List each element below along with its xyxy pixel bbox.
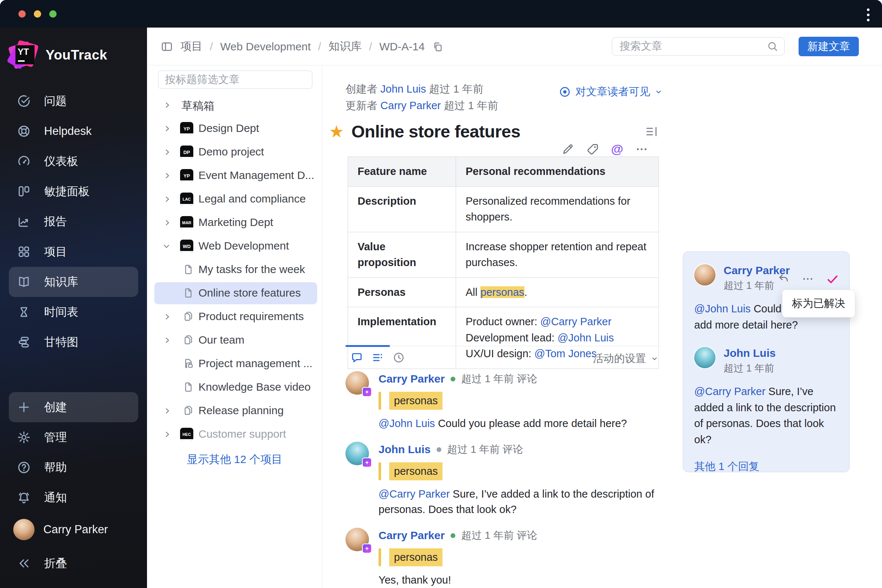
updated-line: 更新者 Carry Parker 超过 1 年前 xyxy=(345,98,498,114)
breadcrumb-knowledge-base[interactable]: 知识库 xyxy=(328,39,362,54)
tree-item-online-store-features[interactable]: Online store features xyxy=(147,282,322,305)
tree-item-kb-video[interactable]: Knowledge Base video xyxy=(147,376,322,399)
tree-item-my-tasks[interactable]: My tasks for the week xyxy=(147,258,322,282)
more-options-icon[interactable] xyxy=(635,142,648,156)
tree-item-design-dept[interactable]: YP Design Dept xyxy=(147,117,322,140)
tree-item-drafts[interactable]: 草稿箱 xyxy=(147,93,322,117)
sidebar-item-help[interactable]: 帮助 xyxy=(0,452,147,483)
copy-icon[interactable] xyxy=(432,41,443,52)
ai-assistant-icon[interactable]: @ xyxy=(611,142,623,156)
tree-item-marketing-dept[interactable]: MAR Marketing Dept xyxy=(147,211,322,234)
personas-link[interactable]: personas xyxy=(480,286,524,298)
chevron-right-icon[interactable] xyxy=(163,195,171,203)
toggle-panel-icon[interactable] xyxy=(160,40,173,53)
collapse-sidebar-button[interactable]: 折叠 xyxy=(0,546,147,580)
mention-link[interactable]: @John Luis xyxy=(558,332,614,344)
resolve-check-icon[interactable] xyxy=(826,272,839,285)
comment-author-link[interactable]: John Luis xyxy=(378,443,431,456)
breadcrumb-project[interactable]: Web Development xyxy=(220,40,310,53)
search-input[interactable]: 搜索文章 xyxy=(612,37,784,56)
activity-list-tab-icon[interactable] xyxy=(372,351,384,364)
table-header-row: Feature name Personal recommendations xyxy=(348,157,659,187)
traffic-lights xyxy=(18,10,57,18)
tree-item-demo-project[interactable]: DP Demo project xyxy=(147,140,322,164)
tag-icon[interactable] xyxy=(586,142,599,156)
mention-link[interactable]: @John Luis xyxy=(378,417,435,429)
tree-item-release-planning[interactable]: Release planning xyxy=(147,399,322,423)
breadcrumb-projects[interactable]: 项目 xyxy=(180,39,202,54)
tree-item-our-team[interactable]: Our team xyxy=(147,328,322,352)
sidebar-item-helpdesk[interactable]: Helpdesk xyxy=(0,116,147,146)
tree-item-product-requirements[interactable]: Product requirements xyxy=(147,305,322,328)
tree-item-event-management[interactable]: YP Event Management D... xyxy=(147,164,322,188)
avatar[interactable] xyxy=(694,264,716,285)
tree-item-project-management[interactable]: Project management ... xyxy=(147,352,322,376)
reply-icon[interactable] xyxy=(777,273,790,285)
article-title-row: ★ Online store features @ xyxy=(329,121,658,141)
browser-menu-icon[interactable] xyxy=(867,9,870,21)
edit-pencil-icon[interactable] xyxy=(561,142,574,156)
chevron-right-icon[interactable] xyxy=(163,148,171,156)
mark-resolved-tooltip: 标为已解决 xyxy=(782,290,855,318)
zoom-window-button[interactable] xyxy=(49,10,57,18)
article-icon xyxy=(182,381,194,393)
breadcrumb-article-id[interactable]: WD-A-14 xyxy=(379,40,424,53)
mention-link[interactable]: @John Luis xyxy=(694,303,751,315)
more-options-icon[interactable] xyxy=(801,273,814,285)
profile-button[interactable]: Carry Parker xyxy=(0,513,147,546)
more-replies-link[interactable]: 其他 1 个回复 xyxy=(694,459,838,474)
project-badge: YP xyxy=(180,122,193,135)
filter-placeholder: 按标题筛选文章 xyxy=(165,72,240,87)
mention-link[interactable]: @Carry Parker xyxy=(540,316,612,327)
comment-author-link[interactable]: Carry Parker xyxy=(378,529,445,542)
project-badge: LAC xyxy=(180,193,193,206)
chevron-right-icon[interactable] xyxy=(163,124,171,133)
comment-author-link[interactable]: Carry Parker xyxy=(378,373,445,385)
chevron-right-icon[interactable] xyxy=(163,407,171,415)
chevron-right-icon[interactable] xyxy=(163,430,171,438)
avatar[interactable] xyxy=(345,371,369,395)
youtrack-logo[interactable]: YT YouTrack xyxy=(9,41,107,69)
tree-item-customer-support[interactable]: HEC Customer support xyxy=(147,423,322,446)
avatar[interactable] xyxy=(694,347,716,368)
tree-item-web-development[interactable]: WD Web Development xyxy=(147,234,322,258)
comment-quote: personas xyxy=(378,548,658,566)
new-article-button[interactable]: 新建文章 xyxy=(799,37,859,56)
outline-toggle-icon[interactable] xyxy=(645,124,658,138)
thread-author-link[interactable]: John Luis xyxy=(724,347,776,359)
tree-item-legal-compliance[interactable]: LAC Legal and compliance xyxy=(147,188,322,211)
visibility-control[interactable]: 对文章读者可见 xyxy=(559,84,663,99)
favorite-star-icon[interactable]: ★ xyxy=(329,123,344,140)
chevron-right-icon[interactable] xyxy=(163,219,171,227)
chevron-right-icon[interactable] xyxy=(163,101,171,109)
chevron-right-icon[interactable] xyxy=(163,172,171,180)
sidebar-item-notifications[interactable]: 通知 xyxy=(0,483,147,513)
sidebar-item-timesheets[interactable]: 时间表 xyxy=(0,297,147,327)
show-more-projects-link[interactable]: 显示其他 12 个项目 xyxy=(147,452,322,467)
minimize-window-button[interactable] xyxy=(34,10,41,18)
sidebar-item-dashboards[interactable]: 仪表板 xyxy=(0,146,147,176)
avatar[interactable] xyxy=(345,528,369,551)
comment-item: Carry Parker 超过 1 年前 评论 personas @John L… xyxy=(345,371,658,431)
sidebar-item-projects[interactable]: 项目 xyxy=(0,237,147,267)
close-window-button[interactable] xyxy=(18,10,26,18)
filter-articles-input[interactable]: 按标题筛选文章 xyxy=(158,70,312,89)
chevron-down-icon[interactable] xyxy=(162,242,171,250)
created-user-link[interactable]: John Luis xyxy=(380,83,426,95)
sidebar-item-agile-boards[interactable]: 敏捷面板 xyxy=(0,176,147,207)
sidebar-item-reports[interactable]: 报告 xyxy=(0,207,147,237)
create-button[interactable]: 创建 xyxy=(9,392,138,422)
avatar[interactable] xyxy=(345,442,369,465)
comments-tab-icon[interactable] xyxy=(351,351,363,364)
mention-link[interactable]: @Carry Parker xyxy=(378,488,450,500)
activity-settings-dropdown[interactable]: 活动的设置 xyxy=(593,351,658,366)
chevron-right-icon[interactable] xyxy=(163,313,171,321)
updated-user-link[interactable]: Carry Parker xyxy=(380,100,441,111)
mention-link[interactable]: @Carry Parker xyxy=(694,386,765,397)
sidebar-item-administration[interactable]: 管理 xyxy=(0,422,147,452)
sidebar-item-knowledge-base[interactable]: 知识库 xyxy=(9,267,138,297)
sidebar-item-gantt[interactable]: 甘特图 xyxy=(0,327,147,357)
chevron-right-icon[interactable] xyxy=(163,336,171,344)
history-tab-icon[interactable] xyxy=(393,351,405,364)
sidebar-item-issues[interactable]: 问题 xyxy=(0,86,147,116)
